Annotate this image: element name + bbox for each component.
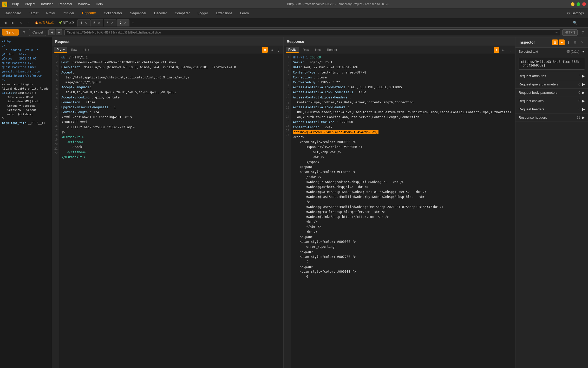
request-line-5: text/html,application/xhtml+xml,applicat… bbox=[61, 75, 281, 80]
response-icon-wrap[interactable]: ⇔ bbox=[500, 47, 506, 53]
menu-burp[interactable]: Burp bbox=[9, 2, 22, 6]
response-tab-pretty[interactable]: Pretty bbox=[286, 47, 299, 53]
resp-headers-expand-icon: ▶ bbox=[582, 116, 585, 119]
req-headers-header[interactable]: Request headers 8 ▶ bbox=[515, 105, 588, 113]
response-icon-text[interactable]: ≡ bbox=[494, 47, 499, 53]
maximize-button[interactable] bbox=[577, 2, 580, 6]
response-line-resp-35: <br /> bbox=[293, 219, 513, 224]
request-icon-text[interactable]: ≡ bbox=[262, 47, 268, 53]
add-tab-button[interactable]: + bbox=[130, 20, 136, 26]
menu-repeater[interactable]: Repeater bbox=[56, 2, 75, 6]
settings-button[interactable]: ⚙ Settings bbox=[564, 10, 587, 16]
forward-button[interactable]: ▶ bbox=[10, 20, 16, 26]
nav-target[interactable]: Target bbox=[25, 10, 42, 16]
nav-extensions[interactable]: Extensions bbox=[212, 10, 236, 16]
req-attributes-expand-icon: ▶ bbox=[582, 74, 585, 78]
request-icon-more[interactable]: ⋮ bbox=[276, 47, 281, 53]
cancel-button[interactable]: Cancel bbox=[29, 29, 46, 36]
main-content: <?php /* -*- coding: utf-8 -*- @Author: … bbox=[0, 37, 588, 368]
nav-proxy[interactable]: Proxy bbox=[43, 10, 58, 16]
tab-7-close[interactable]: ✕ bbox=[124, 21, 127, 25]
gear-icon[interactable]: ⚙ bbox=[21, 29, 27, 36]
request-line-9: Accept-Encoding : gzip, deflate bbox=[61, 95, 281, 100]
request-icon-wrap[interactable]: ⇔ bbox=[269, 47, 275, 53]
response-tab-raw[interactable]: Raw bbox=[300, 47, 311, 52]
req-attributes-header[interactable]: Request attributes 2 ▶ bbox=[515, 72, 588, 80]
menu-window[interactable]: Window bbox=[75, 2, 93, 6]
edit-icon[interactable]: ✏ bbox=[556, 31, 558, 34]
request-tab-hex[interactable]: Hex bbox=[81, 47, 92, 52]
request-tab-raw[interactable]: Raw bbox=[68, 47, 80, 52]
request-line-2: Host: 6e9de44c-9d9b-4f39-89ca-dc1b368d19… bbox=[61, 60, 281, 65]
menu-project[interactable]: Project bbox=[22, 2, 38, 6]
request-tab-pretty[interactable]: Pretty bbox=[54, 47, 67, 53]
menu-help[interactable]: Help bbox=[93, 2, 105, 6]
request-tab-icons: ≡ ⇔ ⋮ bbox=[262, 47, 281, 53]
nav-learn[interactable]: Learn bbox=[237, 10, 252, 16]
target-bar: Target: http://6e9de44c-9d9b-4f39-89ca-d… bbox=[64, 29, 560, 35]
nav-comparer[interactable]: Comparer bbox=[171, 10, 193, 16]
response-tab-hex[interactable]: Hex bbox=[312, 47, 323, 52]
nav-logger[interactable]: Logger bbox=[194, 10, 212, 16]
request-header: Request bbox=[52, 37, 283, 46]
req-query-header[interactable]: Request query parameters 0 ▶ bbox=[515, 80, 588, 88]
help-icon[interactable]: ? bbox=[580, 29, 586, 36]
tab-4-close[interactable]: ✕ bbox=[84, 21, 87, 25]
inspector-resp-headers: Response headers 11 ▶ bbox=[515, 113, 588, 122]
close-button[interactable] bbox=[582, 2, 586, 6]
req-cookies-header[interactable]: Request cookies 0 ▶ bbox=[515, 97, 588, 105]
inspector-view-2[interactable]: ≡ bbox=[559, 39, 565, 45]
request-line-18: <H3rmesklt > bbox=[61, 135, 281, 140]
menu-intruder[interactable]: Intruder bbox=[38, 2, 55, 6]
settings-label: Settings bbox=[572, 11, 584, 15]
req-body-header[interactable]: Request body parameters 0 ▶ bbox=[515, 89, 588, 97]
request-line-3: User-Agent: Mozilla/5.0 (Windows NT 10.0… bbox=[61, 65, 281, 70]
tab-5[interactable]: 5 ✕ bbox=[90, 19, 103, 26]
response-tab-render[interactable]: Render bbox=[324, 47, 340, 52]
tab-6-close[interactable]: ✕ bbox=[111, 21, 114, 25]
nav-intruder[interactable]: Intruder bbox=[59, 10, 78, 16]
http-version[interactable]: HTTP/1 bbox=[562, 29, 578, 36]
req-headers-expand-icon: ▶ bbox=[582, 107, 585, 111]
request-line-1: GET / HTTP/1.1 bbox=[61, 55, 281, 60]
req-headers-title: Request headers bbox=[519, 107, 578, 111]
response-line-resp-33: #&nbsp;@email:&nbsp;hlxa@ctfer.com <br /… bbox=[293, 210, 513, 215]
new-tab-bookmark[interactable]: 🌱 新手上路 bbox=[57, 20, 76, 26]
inspector-collapse[interactable]: ⬆ bbox=[566, 39, 571, 45]
send-button[interactable]: Send bbox=[2, 29, 19, 36]
minimize-button[interactable] bbox=[571, 2, 574, 6]
response-line-resp-30: #&nbsp;@Last&nbsp;Modified&nbsp;by:&nbsp… bbox=[293, 195, 513, 199]
inspector-settings-icon[interactable]: ⚙ bbox=[572, 39, 578, 45]
response-line-resp-20: <span style="color: #0000BB "> bbox=[293, 145, 513, 150]
tab-4[interactable]: 4 ✕ bbox=[77, 19, 90, 26]
response-line-resp-41: </span> bbox=[293, 249, 513, 254]
home-button[interactable]: ⌂ bbox=[25, 20, 32, 26]
search-button[interactable]: 🔍 bbox=[572, 20, 578, 26]
response-line-resp-36: */<br /> bbox=[293, 224, 513, 229]
response-line-6: X-Powered-By : PHP/7.3.22 bbox=[293, 80, 513, 85]
more-button[interactable]: ⋮ bbox=[580, 20, 586, 26]
response-icon-more[interactable]: ⋮ bbox=[507, 47, 513, 53]
nav-sequencer[interactable]: Sequencer bbox=[126, 10, 150, 16]
response-line-1: HTTP/1.1 200 OK bbox=[293, 55, 513, 60]
ctf-bookmark[interactable]: 🔥 ctf官方站点 bbox=[33, 20, 55, 26]
next-arrow[interactable]: ▶ bbox=[56, 29, 62, 35]
back-button[interactable]: ◀ bbox=[2, 20, 8, 26]
tab-6[interactable]: 6 ✕ bbox=[104, 19, 116, 26]
nav-dashboard[interactable]: Dashboard bbox=[1, 10, 25, 16]
tab-5-close[interactable]: ✕ bbox=[98, 21, 100, 25]
nav-decoder[interactable]: Decoder bbox=[151, 10, 171, 16]
prev-arrow[interactable]: ◀ bbox=[48, 29, 55, 35]
nav-repeater[interactable]: Repeater bbox=[79, 10, 100, 16]
inspector-view-1[interactable]: ⊞ bbox=[552, 39, 558, 45]
nav-collaborator[interactable]: Collaborator bbox=[100, 10, 126, 16]
response-panel: Response Pretty Raw Hex Render ≡ ⇔ ⋮ 123… bbox=[284, 37, 515, 368]
response-content: 12345 678910 1112131415 161718 HTTP/1.1 … bbox=[284, 54, 515, 368]
request-line-numbers: 12345 678910 1112131415 1617181920 2122 bbox=[52, 54, 59, 368]
stop-button[interactable]: ✕ bbox=[18, 20, 24, 26]
tab-7[interactable]: 7 ✕ bbox=[117, 19, 130, 26]
inspector-close-icon[interactable]: ✕ bbox=[579, 39, 585, 45]
resp-headers-header[interactable]: Response headers 11 ▶ bbox=[515, 113, 588, 122]
selection-header[interactable]: Selected text 45 (0x2d) ▼ bbox=[515, 48, 588, 56]
response-line-resp-25: <span style="color: #FF8000 "> bbox=[293, 170, 513, 175]
